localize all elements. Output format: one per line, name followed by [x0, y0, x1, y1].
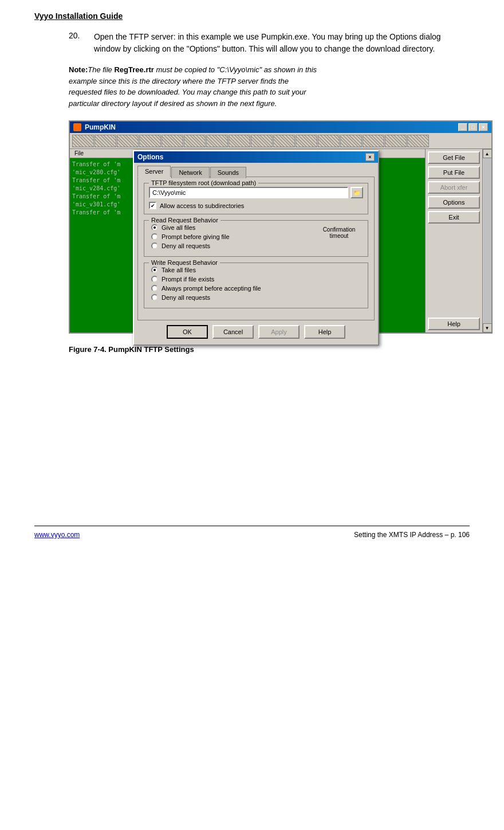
exit-button[interactable]: Exit: [428, 211, 480, 224]
dialog-buttons: OK Cancel Apply Help: [134, 320, 378, 344]
radio-row-take-all: Take all files: [149, 267, 363, 273]
close-button[interactable]: ×: [479, 123, 488, 131]
radio-always-prompt[interactable]: [151, 285, 158, 292]
maximize-button[interactable]: □: [468, 123, 478, 131]
options-close-button[interactable]: ×: [365, 153, 375, 161]
pumpkin-main-area: File type peer ACK tsize Transfer of 'm …: [70, 149, 491, 332]
step-text: Open the TFTP server: in this example we…: [94, 31, 449, 55]
toolbar-block-16: [407, 135, 429, 147]
toolbar-block-11: [296, 135, 317, 147]
radio-deny-write[interactable]: [151, 294, 158, 301]
options-body: TFTP filesystem root (download path) 📁 ✔…: [137, 177, 375, 320]
toolbar-block-6: [184, 135, 206, 147]
toolbar-block-7: [206, 135, 228, 147]
pumpkin-right-panel: Get File Put File Abort xfer Options Exi…: [425, 149, 482, 332]
options-dialog-title: Options: [137, 153, 163, 161]
get-file-button[interactable]: Get File: [428, 151, 480, 164]
write-group-label: Write Request Behavior: [149, 259, 220, 266]
toolbar-block-10: [273, 135, 295, 147]
abort-xfer-button[interactable]: Abort xfer: [428, 181, 480, 194]
tab-server[interactable]: Server: [137, 166, 171, 177]
apply-button[interactable]: Apply: [258, 325, 300, 339]
path-input[interactable]: [149, 187, 348, 198]
read-request-group: Read Request Behavior Give all files Pro…: [144, 220, 368, 257]
radio-deny-all-read[interactable]: [151, 242, 158, 249]
pumpkin-window: PumpKIN _ □ ×: [69, 120, 493, 334]
allow-subdirs-label: Allow access to subdirectories: [160, 202, 244, 209]
filesystem-group-label: TFTP filesystem root (download path): [149, 179, 258, 186]
note-text: The file RegTree.rtr must be copied to "…: [69, 65, 317, 108]
col-file: File: [72, 150, 141, 156]
ok-button[interactable]: OK: [167, 325, 208, 339]
toolbar-block-2: [94, 135, 116, 147]
radio-row-always-prompt: Always prompt before accepting file: [149, 285, 363, 292]
radio-deny-write-label: Deny all requests: [162, 294, 210, 301]
toolbar-block-12: [318, 135, 340, 147]
radio-prompt-exists-label: Prompt if file exists: [162, 276, 214, 283]
cancel-button[interactable]: Cancel: [212, 325, 254, 339]
radio-give-all[interactable]: [151, 224, 158, 231]
scroll-up-arrow[interactable]: ▲: [483, 149, 492, 158]
step-number: 20.: [69, 31, 92, 40]
filesystem-group: TFTP filesystem root (download path) 📁 ✔…: [144, 183, 368, 214]
radio-row-deny-all-read: Deny all requests: [149, 242, 363, 249]
note-block: Note:The file RegTree.rtr must be copied…: [69, 64, 321, 109]
tab-sounds[interactable]: Sounds: [210, 167, 246, 178]
figure-caption: Figure 7-4. PumpKIN TFTP Settings: [69, 345, 470, 354]
scrollbar[interactable]: ▲ ▼: [482, 149, 491, 332]
radio-row-prompt-exists: Prompt if file exists: [149, 276, 363, 283]
browse-button[interactable]: 📁: [351, 187, 363, 198]
scroll-down-arrow[interactable]: ▼: [483, 323, 492, 332]
options-button[interactable]: Options: [428, 196, 480, 209]
footer: www.vyyo.com Setting the XMTS IP Address…: [34, 526, 470, 539]
toolbar-block-5: [162, 135, 183, 147]
allow-subdirs-checkbox[interactable]: ✔: [149, 202, 156, 209]
radio-take-all-label: Take all files: [162, 267, 196, 273]
page-title: Vyyo Installation Guide: [34, 11, 470, 21]
toolbar-block-15: [385, 135, 407, 147]
radio-take-all[interactable]: [151, 267, 158, 273]
note-label: Note:: [69, 65, 88, 74]
pumpkin-title: PumpKIN: [85, 123, 116, 131]
options-titlebar: Options ×: [134, 151, 378, 163]
toolbar-block-9: [251, 135, 273, 147]
pumpkin-icon: [73, 123, 81, 131]
help-dialog-button[interactable]: Help: [304, 325, 345, 339]
options-tabs: Server Network Sounds: [134, 163, 378, 177]
checkmark-icon: ✔: [151, 203, 155, 209]
pumpkin-toolbar: [70, 133, 491, 149]
radio-prompt-exists[interactable]: [151, 276, 158, 283]
toolbar-block-1: [72, 135, 94, 147]
toolbar-block-14: [363, 135, 384, 147]
note-filename: RegTree.rtr: [114, 65, 153, 74]
footer-page: Setting the XMTS IP Address – p. 106: [354, 531, 470, 539]
options-dialog: Options × Server Network Sounds TFTP fil…: [133, 150, 379, 346]
radio-row-deny-write: Deny all requests: [149, 294, 363, 301]
read-group-label: Read Request Behavior: [149, 217, 220, 224]
confirmation-timeout-label: Confirmation timeout: [316, 226, 362, 239]
pumpkin-titlebar: PumpKIN _ □ ×: [70, 122, 491, 133]
radio-prompt-give-label: Prompt before giving file: [162, 233, 230, 240]
toolbar-block-4: [139, 135, 161, 147]
toolbar-block-13: [340, 135, 362, 147]
tab-network[interactable]: Network: [171, 167, 209, 178]
radio-prompt-give[interactable]: [151, 233, 158, 240]
write-request-group: Write Request Behavior Take all files Pr…: [144, 263, 368, 308]
toolbar-block-3: [117, 135, 139, 147]
help-button[interactable]: Help: [428, 318, 480, 330]
toolbar-block-8: [229, 135, 250, 147]
footer-url[interactable]: www.vyyo.com: [34, 531, 80, 539]
radio-deny-all-read-label: Deny all requests: [162, 242, 210, 249]
scroll-track: [483, 158, 491, 323]
radio-always-prompt-label: Always prompt before accepting file: [162, 285, 261, 292]
radio-give-all-label: Give all files: [162, 224, 195, 231]
put-file-button[interactable]: Put File: [428, 166, 480, 179]
minimize-button[interactable]: _: [458, 123, 467, 131]
